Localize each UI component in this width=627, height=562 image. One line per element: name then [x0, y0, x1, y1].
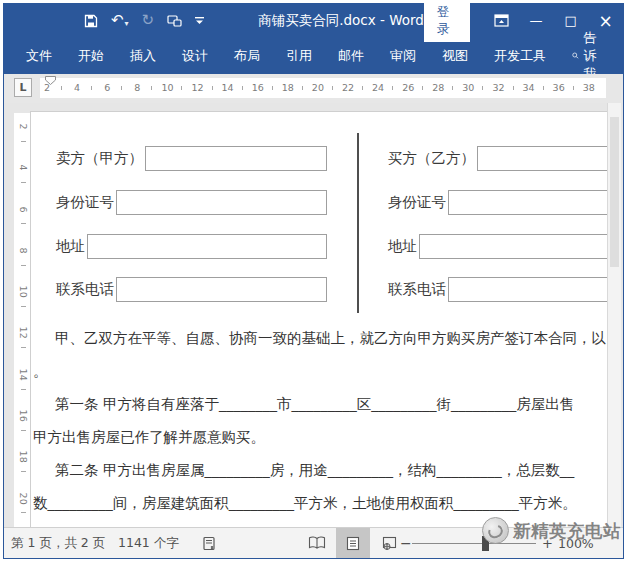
- horizontal-ruler[interactable]: 2468101214161820222426283032343638: [40, 78, 606, 98]
- seller-input[interactable]: [145, 146, 327, 171]
- ruler-number: 18: [273, 78, 303, 98]
- word-window: ↶ ▾ ↻ 商铺买卖合同.docx - Word 登录 — □ × 文件开始插入…: [3, 3, 624, 559]
- seller-id-input[interactable]: [116, 190, 327, 215]
- contract-body[interactable]: 甲、乙双方在平等、自愿、协商一致的基础上，就乙方向甲方购买房产签订本合同，以 。…: [31, 322, 609, 520]
- ruler-number: 8: [122, 78, 152, 98]
- form-row-seller-address: 地址: [56, 233, 327, 260]
- seller-address-label: 地址: [56, 237, 85, 256]
- buyer-id-label: 身份证号: [388, 193, 446, 212]
- read-mode-button[interactable]: [300, 528, 334, 558]
- redo-icon: ↻: [142, 13, 155, 28]
- read-mode-icon: [308, 536, 326, 550]
- ribbon-tab[interactable]: 视图: [442, 47, 468, 65]
- ruler-number: 26: [393, 78, 423, 98]
- ruler-number: 20: [303, 78, 333, 98]
- ruler-number: 38: [574, 78, 604, 98]
- ruler-number: 34: [514, 78, 544, 98]
- form-row-buyer: 买方（乙方）: [388, 145, 610, 172]
- ruler-number: 24: [363, 78, 393, 98]
- print-layout-icon: [346, 536, 360, 551]
- title-bar: ↶ ▾ ↻ 商铺买卖合同.docx - Word 登录 — □ ×: [4, 4, 623, 37]
- ruler-number: 32: [483, 78, 513, 98]
- ribbon-tab[interactable]: 邮件: [338, 47, 364, 65]
- ribbon-tab[interactable]: 审阅: [390, 47, 416, 65]
- watermark-logo-icon: [482, 517, 509, 544]
- window-title: 商铺买卖合同.docx - Word: [258, 12, 424, 30]
- ruler-number: 4: [62, 78, 92, 98]
- seller-label: 卖方（甲方）: [56, 149, 143, 168]
- undo-button[interactable]: ↶ ▾: [111, 13, 129, 28]
- word-count-status[interactable]: 1141 个字: [118, 528, 179, 558]
- form-row-seller-id: 身份证号: [56, 189, 327, 216]
- login-button[interactable]: 登录: [424, 0, 470, 42]
- ruler-number: 14: [213, 78, 243, 98]
- first-line-indent-marker[interactable]: [45, 76, 56, 85]
- print-layout-button[interactable]: [336, 528, 370, 558]
- touch-mode-icon[interactable]: [167, 15, 182, 27]
- ruler-number: 36: [544, 78, 574, 98]
- document-area: 2468101214161820 卖方（甲方） 身份证号 地址 联系电话 买方: [4, 103, 623, 527]
- buyer-address-label: 地址: [388, 237, 417, 256]
- ribbon-display-options-button[interactable]: [484, 4, 519, 37]
- ribbon-tab[interactable]: 布局: [234, 47, 260, 65]
- scrollbar-thumb[interactable]: [610, 117, 619, 267]
- ribbon-tab[interactable]: 开发工具: [494, 47, 546, 65]
- horizontal-ruler-row: L 2468101214161820222426283032343638: [4, 74, 623, 103]
- ruler-number: 28: [423, 78, 453, 98]
- undo-icon: ↶: [111, 13, 124, 28]
- contract-line: 甲、乙双方在平等、自愿、协商一致的基础上，就乙方向甲方购买房产签订本合同，以: [31, 322, 609, 355]
- vertical-scrollbar[interactable]: [607, 103, 621, 527]
- buyer-id-input[interactable]: [448, 190, 610, 215]
- ribbon-tab[interactable]: 引用: [286, 47, 312, 65]
- proofing-status-icon[interactable]: [202, 528, 217, 558]
- form-row-seller: 卖方（甲方）: [56, 145, 327, 172]
- form-row-buyer-phone: 联系电话: [388, 276, 610, 303]
- seller-phone-input[interactable]: [116, 277, 327, 302]
- page-number-status[interactable]: 第 1 页，共 2 页: [11, 528, 105, 558]
- contract-line: 第一条 甲方将自有座落于________市_________区_________…: [31, 388, 609, 421]
- buyer-input[interactable]: [477, 146, 610, 171]
- ruler-number: 16: [243, 78, 273, 98]
- minimize-button[interactable]: —: [519, 4, 554, 37]
- buyer-phone-label: 联系电话: [388, 280, 446, 299]
- web-layout-icon: [382, 536, 397, 550]
- quick-access-toolbar: ↶ ▾ ↻: [84, 13, 204, 28]
- column-divider-line: [357, 133, 359, 313]
- search-icon: [572, 49, 579, 62]
- save-icon[interactable]: [84, 14, 98, 28]
- form-row-seller-phone: 联系电话: [56, 276, 327, 303]
- ribbon-display-options-icon: [494, 14, 509, 27]
- ribbon-tab[interactable]: 设计: [182, 47, 208, 65]
- contract-line: 甲方出售房屋已作了解并愿意购买。: [31, 421, 609, 454]
- ribbon-tab[interactable]: 开始: [78, 47, 104, 65]
- watermark-text: 新精英充电站: [513, 519, 621, 543]
- seller-phone-label: 联系电话: [56, 280, 114, 299]
- zoom-out-button[interactable]: −: [400, 528, 412, 558]
- buyer-label: 买方（乙方）: [388, 149, 475, 168]
- ruler-number: 30: [453, 78, 483, 98]
- form-row-buyer-id: 身份证号: [388, 189, 610, 216]
- contract-line: 第二条 甲方出售房屋属_________房，用途_________，结构____…: [31, 454, 609, 487]
- contract-line: 。: [31, 355, 609, 388]
- undo-dropdown-icon[interactable]: ▾: [125, 19, 129, 28]
- seller-address-input[interactable]: [87, 234, 327, 259]
- buyer-address-input[interactable]: [419, 234, 610, 259]
- contract-line: 数_________间，房屋建筑面积_________平方米，土地使用权面积__…: [31, 487, 609, 520]
- watermark: 新精英充电站: [482, 517, 621, 544]
- tab-stop-selector[interactable]: L: [14, 78, 32, 97]
- ruler-number: 22: [333, 78, 363, 98]
- ribbon-tab[interactable]: 插入: [130, 47, 156, 65]
- buyer-phone-input[interactable]: [448, 277, 610, 302]
- ribbon-tab-bar: 文件开始插入设计布局引用邮件审阅视图开发工具 告诉我 共享: [4, 37, 623, 74]
- ribbon-tab[interactable]: 文件: [26, 47, 52, 65]
- seller-id-label: 身份证号: [56, 193, 114, 212]
- ruler-number: 6: [92, 78, 122, 98]
- form-row-buyer-address: 地址: [388, 233, 610, 260]
- ruler-number: 12: [182, 78, 212, 98]
- document-page[interactable]: 卖方（甲方） 身份证号 地址 联系电话 买方（乙方） 身份证号: [30, 111, 610, 527]
- customize-qat-icon[interactable]: [195, 16, 204, 25]
- ruler-number: 10: [152, 78, 182, 98]
